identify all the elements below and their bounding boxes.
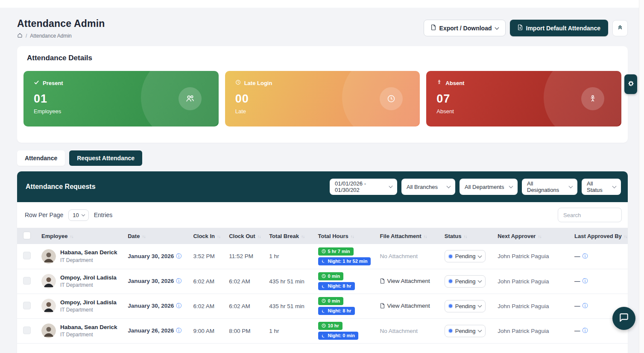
info-icon[interactable]: ⓘ <box>583 303 588 309</box>
view-attachment-link[interactable]: View Attachment <box>380 278 430 284</box>
sort-icon: ↑↓ <box>424 234 427 239</box>
double-chevron-up-icon <box>617 24 623 32</box>
departments-filter[interactable]: All Departments <box>460 179 518 195</box>
select-all-checkbox[interactable] <box>23 232 31 239</box>
column-file-attachment[interactable]: File Attachment↑↓ <box>376 228 440 244</box>
avatar <box>41 299 56 313</box>
column-total-hours[interactable]: Total Hours↑↓ <box>314 228 376 244</box>
column-employee[interactable]: Employee↑↓ <box>37 228 123 244</box>
absent-sublabel: Absent <box>436 108 611 115</box>
chevron-down-icon <box>478 328 482 332</box>
column-total-break[interactable]: Total Break↑↓ <box>265 228 313 244</box>
settings-fab[interactable] <box>624 74 637 94</box>
scrollbar-track[interactable] <box>639 0 644 353</box>
chevron-down-icon <box>569 184 573 188</box>
avatar <box>41 324 56 338</box>
date-range-filter[interactable]: 01/01/2026 - 01/30/202 <box>330 179 397 195</box>
search-input[interactable] <box>558 208 622 222</box>
users-icon <box>179 87 202 110</box>
row-checkbox[interactable] <box>23 277 31 285</box>
import-default-attendance-button[interactable]: Import Default Attendance <box>510 20 609 36</box>
clock-icon <box>322 274 326 278</box>
person-x-icon <box>581 87 604 110</box>
chevron-down-icon <box>495 25 499 29</box>
info-icon[interactable]: ⓘ <box>583 278 588 284</box>
designations-filter[interactable]: All Designations <box>522 179 577 195</box>
employee-name: Habana, Sean Derick <box>60 324 117 331</box>
column-clock-out[interactable]: Clock Out↑↓ <box>225 228 265 244</box>
home-icon[interactable] <box>17 32 23 39</box>
last-approved-value: — <box>574 253 580 259</box>
clock-in-value: 9:00 AM <box>189 318 225 343</box>
column-clock-in[interactable]: Clock In↑↓ <box>189 228 225 244</box>
chevron-down-icon <box>447 184 451 188</box>
clock-icon <box>322 249 326 253</box>
clock-out-value: 8:00 PM <box>225 318 265 343</box>
last-approved-value: — <box>574 278 580 284</box>
attendance-details-card: Attendance Details Present 01 Employees <box>17 46 628 143</box>
page-content: Attendance Admin / Attendance Admin Expo… <box>17 8 628 353</box>
breadcrumb: / Attendance Admin <box>17 32 105 39</box>
info-icon[interactable]: ⓘ <box>176 327 181 334</box>
clock-icon <box>235 79 241 86</box>
employee-department: IT Department <box>60 257 117 263</box>
employee-name: Ompoy, Jirol Ladisla <box>60 299 117 306</box>
status-select[interactable]: Pending <box>445 300 486 312</box>
clock-icon <box>322 299 326 303</box>
export-download-button[interactable]: Export / Download <box>424 20 506 36</box>
info-icon[interactable]: ⓘ <box>583 253 588 259</box>
table-toolbar: Row Per Page 10 Entries <box>17 202 628 228</box>
info-icon[interactable]: ⓘ <box>176 278 181 284</box>
tab-request-attendance[interactable]: Request Attendance <box>69 150 142 166</box>
total-break-value: 435 hr 51 min <box>265 269 313 294</box>
collapse-header-button[interactable] <box>612 20 628 36</box>
sort-icon: ↑↓ <box>624 234 627 239</box>
clock-in-value: 6:02 AM <box>189 294 225 318</box>
status-filter[interactable]: All Status <box>582 179 621 195</box>
total-break-value: 435 hr 51 min <box>265 294 313 318</box>
date-range-value: 01/01/2026 - 01/30/202 <box>335 180 385 193</box>
status-dot-icon <box>449 304 452 308</box>
next-approver-value: John Patrick Paguia <box>498 328 549 334</box>
row-checkbox[interactable] <box>23 327 31 334</box>
info-icon[interactable]: ⓘ <box>176 303 181 309</box>
row-checkbox[interactable] <box>23 252 31 259</box>
absent-label: Absent <box>445 80 464 86</box>
info-icon[interactable]: ⓘ <box>176 253 181 259</box>
column-last-approved-by[interactable]: Last Approved By↑↓ <box>570 228 628 244</box>
sort-icon: ↑↓ <box>301 234 304 239</box>
date-value: January 30, 2026 <box>128 303 174 309</box>
rows-per-page-select[interactable]: 10 <box>68 209 88 221</box>
day-hours-badge: 10 hr <box>318 322 342 330</box>
column-status[interactable]: Status↑↓ <box>440 228 494 244</box>
row-checkbox[interactable] <box>23 302 31 309</box>
branches-filter[interactable]: All Branches <box>401 179 455 195</box>
present-label: Present <box>43 80 63 86</box>
sort-icon: ↑↓ <box>217 234 220 239</box>
attendance-tabs: Attendance Request Attendance <box>17 150 628 166</box>
attendance-requests-panel: Attendance Requests 01/01/2026 - 01/30/2… <box>17 171 628 353</box>
person-x-icon <box>436 79 442 86</box>
select-all-header <box>17 228 37 244</box>
chevron-down-icon <box>478 279 482 283</box>
column-next-approver[interactable]: Next Approver↑↓ <box>493 228 570 244</box>
status-select[interactable]: Pending <box>445 275 486 288</box>
clock-out-value: 11:52 PM <box>225 244 265 269</box>
chevron-down-icon <box>389 184 392 188</box>
status-select[interactable]: Pending <box>445 325 486 337</box>
next-approver-value: John Patrick Paguia <box>498 303 549 309</box>
stat-card-row: Present 01 Employees Late Login 00 Late <box>23 71 621 126</box>
designations-value: All Designations <box>527 180 565 193</box>
tab-attendance[interactable]: Attendance <box>17 150 65 166</box>
chat-fab[interactable] <box>612 307 635 330</box>
stat-card-late: Late Login 00 Late <box>225 71 420 126</box>
info-icon[interactable]: ⓘ <box>583 327 588 334</box>
clock-out-value: 6:02 AM <box>225 269 265 294</box>
status-select[interactable]: Pending <box>445 250 486 262</box>
view-attachment-link[interactable]: View Attachment <box>380 303 430 309</box>
next-approver-value: John Patrick Paguia <box>498 278 549 285</box>
employee-department: IT Department <box>60 332 117 338</box>
file-icon <box>380 303 385 309</box>
status-dot-icon <box>449 255 452 258</box>
column-date[interactable]: Date↑↓ <box>123 228 189 244</box>
